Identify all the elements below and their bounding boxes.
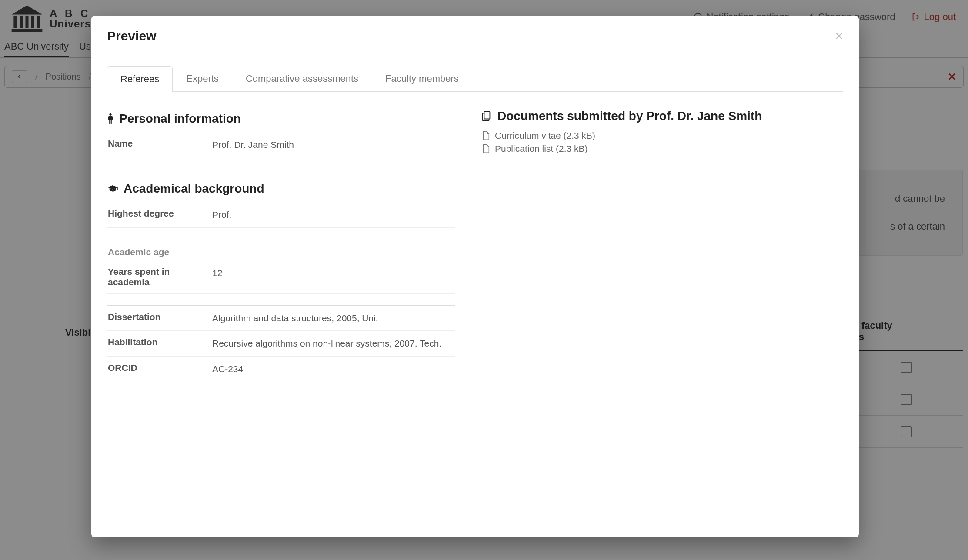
person-icon — [107, 113, 114, 124]
name-value: Prof. Dr. Jane Smith — [212, 138, 454, 151]
habilitation-value: Recursive algorithms on non-linear syste… — [212, 337, 454, 350]
academic-background-heading: Academical background — [107, 182, 455, 196]
name-label: Name — [108, 138, 212, 151]
field-habilitation: Habilitation Recursive algorithms on non… — [107, 331, 455, 356]
svg-rect-17 — [484, 112, 490, 119]
habilitation-label: Habilitation — [108, 337, 212, 350]
field-years-academia: Years spent in academia 12 — [107, 260, 455, 294]
personal-information-heading-text: Personal information — [119, 112, 241, 126]
tab-faculty[interactable]: Faculty members — [372, 66, 472, 91]
documents-heading: Documents submitted by Prof. Dr. Jane Sm… — [481, 109, 843, 123]
svg-rect-16 — [117, 187, 118, 190]
years-label: Years spent in academia — [108, 267, 212, 287]
academic-age-subheading: Academic age — [107, 228, 455, 260]
svg-marker-15 — [108, 185, 118, 190]
personal-information-heading: Personal information — [107, 112, 455, 126]
document-publications-label: Publication list (2.3 kB) — [495, 143, 588, 154]
field-orcid: ORCID AC-234 — [107, 357, 455, 381]
graduation-cap-icon — [107, 183, 118, 194]
document-cv-label: Curriculum vitae (2.3 kB) — [495, 130, 595, 141]
file-pdf-icon — [481, 131, 491, 140]
file-pdf-icon — [481, 144, 491, 153]
field-highest-degree: Highest degree Prof. — [107, 202, 455, 227]
dissertation-value: Algorithm and data structures, 2005, Uni… — [212, 312, 454, 324]
document-item-publications[interactable]: Publication list (2.3 kB) — [481, 142, 843, 155]
degree-label: Highest degree — [108, 208, 212, 221]
degree-value: Prof. — [212, 208, 454, 221]
svg-rect-13 — [108, 117, 109, 120]
files-icon — [481, 110, 492, 122]
orcid-value: AC-234 — [212, 363, 454, 375]
years-value: 12 — [212, 267, 454, 287]
preview-modal: Preview × Referees Experts Comparative a… — [91, 16, 859, 537]
documents-heading-text: Documents submitted by Prof. Dr. Jane Sm… — [497, 109, 762, 123]
document-item-cv[interactable]: Curriculum vitae (2.3 kB) — [481, 129, 843, 142]
tab-experts[interactable]: Experts — [173, 66, 232, 91]
tab-comparative[interactable]: Comparative assessments — [232, 66, 372, 91]
documents-list: Curriculum vitae (2.3 kB) Publication li… — [481, 129, 843, 155]
svg-rect-14 — [112, 117, 113, 120]
svg-rect-12 — [111, 120, 112, 124]
tab-referees[interactable]: Referees — [107, 66, 173, 92]
svg-rect-11 — [109, 120, 110, 124]
field-dissertation: Dissertation Algorithm and data structur… — [107, 306, 455, 331]
svg-rect-10 — [109, 116, 112, 120]
svg-point-9 — [109, 113, 111, 116]
modal-tabs: Referees Experts Comparative assessments… — [107, 66, 843, 92]
modal-close-button[interactable]: × — [835, 29, 843, 43]
modal-title: Preview — [107, 29, 156, 43]
field-name: Name Prof. Dr. Jane Smith — [107, 132, 455, 157]
academic-background-heading-text: Academical background — [124, 182, 264, 196]
dissertation-label: Dissertation — [108, 312, 212, 324]
orcid-label: ORCID — [108, 363, 212, 375]
